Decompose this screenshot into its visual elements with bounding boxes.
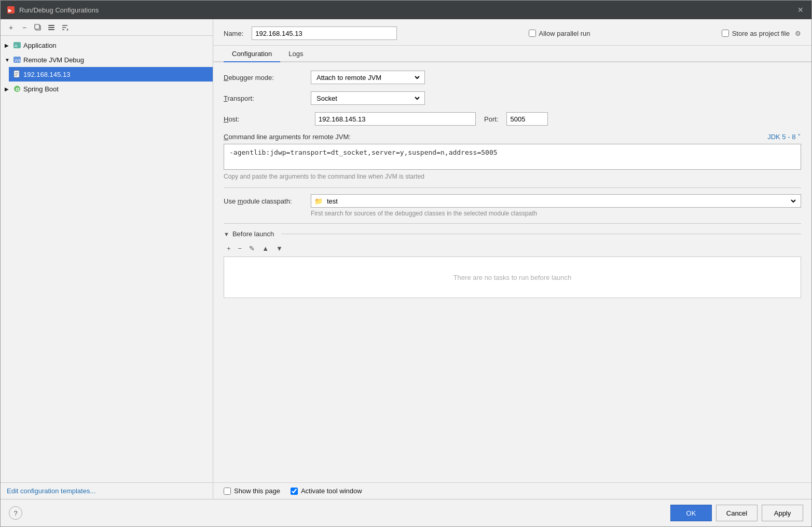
collapse-arrow-icon[interactable]: ▼ xyxy=(224,231,229,237)
module-folder-icon: 📁 xyxy=(314,197,323,205)
before-launch-separator xyxy=(281,234,801,234)
title-bar: ▶ Run/Debug Configurations × xyxy=(1,1,811,19)
module-classpath-label: Use module classpath: xyxy=(224,197,307,205)
help-button[interactable]: ? xyxy=(9,506,22,520)
close-button[interactable]: × xyxy=(795,5,805,15)
dialog-footer: ? OK Cancel Apply xyxy=(1,499,811,526)
cancel-button[interactable]: Cancel xyxy=(716,505,758,521)
application-icon: A xyxy=(13,41,21,49)
store-project-checkbox[interactable] xyxy=(722,30,729,37)
transport-select[interactable]: Socket Shared memory xyxy=(314,94,421,103)
sidebar-item-label-192: 192.168.145.13 xyxy=(23,71,70,78)
tab-logs[interactable]: Logs xyxy=(280,46,311,62)
transport-label: Transport: xyxy=(224,94,307,102)
sidebar-item-config-192[interactable]: 192.168.145.13 xyxy=(9,67,213,82)
before-launch-toolbar: + − ✎ ▲ ▼ xyxy=(224,242,801,254)
tab-configuration[interactable]: Configuration xyxy=(224,46,280,62)
bottom-options: Show this page Activate tool window xyxy=(213,482,811,499)
svg-rect-14 xyxy=(15,75,17,76)
allow-parallel-label: Allow parallel run xyxy=(539,30,590,37)
cmdline-title: Command line arguments for remote JVM: xyxy=(224,133,351,141)
show-this-page-checkbox[interactable] xyxy=(224,488,231,495)
svg-rect-12 xyxy=(15,72,18,73)
title-bar-left: ▶ Run/Debug Configurations xyxy=(7,6,99,14)
svg-rect-5 xyxy=(48,27,54,28)
remote-jvm-icon: JVM xyxy=(13,56,21,64)
sidebar-item-application[interactable]: ▶ A Application xyxy=(1,38,213,52)
module-classpath-select[interactable]: test xyxy=(325,197,797,206)
store-project-label: Store as project file xyxy=(732,30,790,37)
dialog-title: Run/Debug Configurations xyxy=(19,6,99,14)
name-input[interactable] xyxy=(252,26,397,40)
transport-dropdown[interactable]: Socket Shared memory xyxy=(311,91,425,105)
sidebar-toolbar: + − xyxy=(1,19,213,36)
port-label: Port: xyxy=(484,115,498,123)
run-debug-dialog: ▶ Run/Debug Configurations × + − xyxy=(0,0,812,527)
activate-tool-window-checkbox[interactable] xyxy=(291,488,298,495)
allow-parallel-group: Allow parallel run xyxy=(529,30,590,37)
svg-text:▶: ▶ xyxy=(8,8,12,13)
host-port-row: Host: Port: xyxy=(224,112,801,126)
arrow-remote-icon: ▼ xyxy=(5,57,11,63)
module-classpath-hint: First search for sources of the debugged… xyxy=(311,210,801,217)
remove-config-button[interactable]: − xyxy=(18,21,31,34)
arrow-spring-icon: ▶ xyxy=(5,86,11,92)
activate-tool-window-item: Activate tool window xyxy=(291,487,362,495)
add-config-button[interactable]: + xyxy=(5,21,17,34)
config-file-icon xyxy=(13,70,21,78)
bl-edit-button[interactable]: ✎ xyxy=(246,242,258,254)
separator xyxy=(224,187,801,188)
before-launch-header: ▼ Before launch xyxy=(224,230,801,238)
svg-rect-6 xyxy=(48,29,54,30)
before-launch-section: ▼ Before launch + − ✎ ▲ ▼ There are no t… xyxy=(224,230,801,298)
gear-icon[interactable]: ⚙ xyxy=(795,30,801,37)
bl-add-button[interactable]: + xyxy=(224,242,234,254)
show-this-page-item: Show this page xyxy=(224,487,280,495)
copy-config-button[interactable] xyxy=(32,21,44,34)
arrow-icon: ▶ xyxy=(5,43,11,48)
spring-boot-icon: ✿ xyxy=(13,85,21,93)
bl-down-button[interactable]: ▼ xyxy=(273,242,286,254)
debugger-mode-row: Debugger mode: Attach to remote JVM List… xyxy=(224,71,801,84)
ok-button[interactable]: OK xyxy=(670,505,712,521)
sidebar-item-label-remote-jvm: Remote JVM Debug xyxy=(23,56,84,64)
show-this-page-label: Show this page xyxy=(234,487,280,495)
before-launch-title: Before launch xyxy=(232,230,274,238)
config-body: Debugger mode: Attach to remote JVM List… xyxy=(213,62,811,482)
cmdline-header: Command line arguments for remote JVM: J… xyxy=(224,133,801,141)
sidebar-item-label-spring: Spring Boot xyxy=(23,85,59,93)
edit-templates-link[interactable]: Edit configuration templates... xyxy=(7,487,95,495)
sort-config-button[interactable] xyxy=(59,21,71,34)
jdk-version-link[interactable]: JDK 5 - 8 ˅ xyxy=(767,133,801,141)
sidebar-item-remote-jvm[interactable]: ▼ JVM Remote JVM Debug xyxy=(1,52,213,67)
debugger-mode-select[interactable]: Attach to remote JVM Listen to remote JV… xyxy=(314,73,421,82)
right-panel: Name: Allow parallel run Store as projec… xyxy=(213,19,811,499)
host-label: Host: xyxy=(224,115,307,123)
store-project-group: Store as project file ⚙ xyxy=(722,30,801,37)
move-config-button[interactable] xyxy=(45,21,58,34)
tabs-bar: Configuration Logs xyxy=(213,46,811,62)
debugger-label-text: Debugger mode: xyxy=(224,74,274,82)
cmdline-section: Command line arguments for remote JVM: J… xyxy=(224,133,801,180)
module-classpath-row: Use module classpath: 📁 test xyxy=(224,194,801,208)
apply-button[interactable]: Apply xyxy=(762,505,803,521)
no-tasks-text: There are no tasks to run before launch xyxy=(453,274,572,281)
transport-row: Transport: Socket Shared memory xyxy=(224,91,801,105)
main-area: + − ▶ A Application xyxy=(1,19,811,499)
module-classpath-dropdown[interactable]: 📁 test xyxy=(311,194,801,208)
allow-parallel-checkbox[interactable] xyxy=(529,30,536,37)
separator-2 xyxy=(224,223,801,224)
before-launch-list: There are no tasks to run before launch xyxy=(224,256,801,298)
sidebar-item-spring-boot[interactable]: ▶ ✿ Spring Boot xyxy=(1,82,213,96)
sidebar: + − ▶ A Application xyxy=(1,19,213,499)
sidebar-item-label-application: Application xyxy=(23,42,57,49)
activate-tool-window-label: Activate tool window xyxy=(301,487,362,495)
host-input[interactable] xyxy=(315,112,476,126)
bl-remove-button[interactable]: − xyxy=(235,242,245,254)
svg-text:A: A xyxy=(15,44,18,48)
svg-rect-13 xyxy=(15,74,18,74)
port-input[interactable] xyxy=(506,112,548,126)
bl-up-button[interactable]: ▲ xyxy=(259,242,272,254)
debugger-mode-dropdown[interactable]: Attach to remote JVM Listen to remote JV… xyxy=(311,71,425,84)
config-header: Name: Allow parallel run Store as projec… xyxy=(213,19,811,46)
